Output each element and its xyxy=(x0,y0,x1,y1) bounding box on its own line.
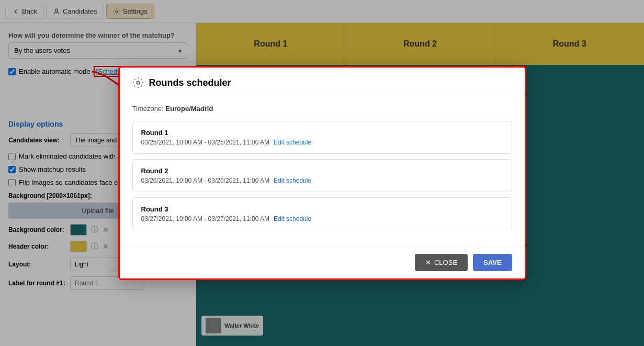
modal-footer: ✕ CLOSE SAVE xyxy=(120,246,525,278)
rounds-scheduler-modal: Rounds scheduler Timezone: Europe/Madrid… xyxy=(118,66,526,280)
round-2-title: Round 2 xyxy=(141,167,503,175)
modal-header: Rounds scheduler xyxy=(120,68,525,96)
round-1-date-text: 03/25/2021, 10:00 AM - 03/25/2021, 11:00… xyxy=(141,139,270,146)
modal-title: Rounds scheduler xyxy=(149,77,231,88)
round-1-edit-link[interactable]: Edit schedule xyxy=(274,139,311,146)
round-2-card: Round 2 03/26/2021, 10:00 AM - 03/26/202… xyxy=(132,159,512,192)
round-2-edit-link[interactable]: Edit schedule xyxy=(274,177,311,184)
close-button[interactable]: ✕ CLOSE xyxy=(415,254,468,271)
round-3-title: Round 3 xyxy=(141,205,503,213)
round-2-dates: 03/26/2021, 10:00 AM - 03/26/2021, 11:00… xyxy=(141,177,503,184)
round-3-dates: 03/27/2021, 10:00 AM - 03/27/2021, 11:00… xyxy=(141,215,503,222)
modal-overlay: Rounds scheduler Timezone: Europe/Madrid… xyxy=(0,0,644,346)
timezone-label: Timezone: xyxy=(132,105,164,113)
gear-icon xyxy=(132,77,144,88)
round-1-dates: 03/25/2021, 10:00 AM - 03/25/2021, 11:00… xyxy=(141,139,503,146)
svg-point-3 xyxy=(137,81,140,84)
round-3-card: Round 3 03/27/2021, 10:00 AM - 03/27/202… xyxy=(132,197,512,230)
close-label: CLOSE xyxy=(434,259,457,266)
round-1-title: Round 1 xyxy=(141,129,503,137)
round-2-date-text: 03/26/2021, 10:00 AM - 03/26/2021, 11:00… xyxy=(141,177,270,184)
close-x-icon: ✕ xyxy=(425,259,431,266)
timezone-row: Timezone: Europe/Madrid xyxy=(132,105,512,113)
round-1-card: Round 1 03/25/2021, 10:00 AM - 03/25/202… xyxy=(132,121,512,154)
modal-body: Timezone: Europe/Madrid Round 1 03/25/20… xyxy=(120,96,525,244)
save-button[interactable]: SAVE xyxy=(473,254,512,271)
round-3-date-text: 03/27/2021, 10:00 AM - 03/27/2021, 11:00… xyxy=(141,215,270,222)
timezone-value: Europe/Madrid xyxy=(165,105,213,113)
round-3-edit-link[interactable]: Edit schedule xyxy=(274,215,311,222)
